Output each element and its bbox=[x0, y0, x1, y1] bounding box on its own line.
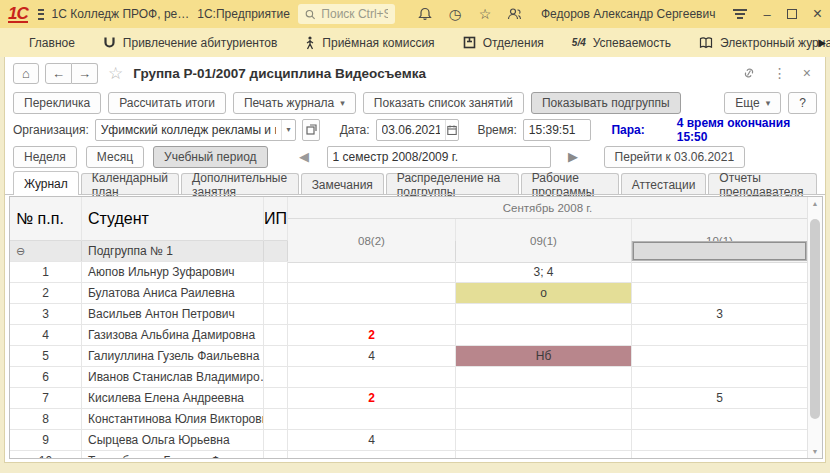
grade-cell[interactable]: 3; 4 bbox=[456, 262, 632, 282]
time-field[interactable] bbox=[523, 119, 592, 141]
grade-cell[interactable] bbox=[288, 409, 456, 429]
app-tab-title[interactable]: 1С Колледж ПРОФ, ре… bbox=[52, 7, 190, 21]
calendar-icon[interactable] bbox=[445, 120, 458, 140]
print-journal-button[interactable]: Печать журнала▾ bbox=[233, 92, 356, 114]
tab-calendar-plan[interactable]: Календарный план bbox=[81, 173, 179, 195]
calc-totals-button[interactable]: Рассчитать итоги bbox=[108, 92, 226, 114]
tab-remarks[interactable]: Замечания bbox=[301, 173, 384, 195]
student-name[interactable]: Тляумбетова Гузалия Фануровна bbox=[82, 451, 264, 458]
grade-cell[interactable] bbox=[264, 430, 288, 450]
student-row[interactable]: 7 Кисилева Елена Андреевна 2 5 bbox=[10, 388, 807, 409]
grade-cell[interactable] bbox=[288, 283, 456, 303]
window-close-icon[interactable]: × bbox=[813, 5, 822, 23]
grade-cell[interactable] bbox=[264, 388, 288, 408]
menu-item-performance[interactable]: 5/4 Успеваемость bbox=[563, 36, 680, 50]
grade-cell[interactable] bbox=[288, 304, 456, 324]
grade-cell[interactable] bbox=[456, 367, 632, 387]
favorites-star-icon[interactable]: ☆ bbox=[477, 6, 493, 22]
tab-extra-lessons[interactable]: Дополнительные занятия bbox=[181, 173, 299, 195]
student-name[interactable]: Иванов Станислав Владимиро… bbox=[82, 367, 264, 387]
menu-item-admissions[interactable]: Приёмная комиссия bbox=[296, 36, 443, 50]
copy-link-icon[interactable] bbox=[741, 66, 757, 80]
organization-choose-button[interactable] bbox=[302, 119, 319, 141]
organization-combo[interactable]: ▾ bbox=[95, 119, 297, 141]
column-header-student[interactable]: Студент bbox=[82, 197, 264, 241]
grade-cell[interactable]: 4 bbox=[288, 346, 456, 366]
menu-item-attract-applicants[interactable]: Привлечение абитуриентов bbox=[94, 36, 286, 50]
grade-cell[interactable] bbox=[264, 451, 288, 458]
date-field[interactable] bbox=[376, 119, 460, 141]
grade-cell[interactable] bbox=[456, 409, 632, 429]
scroll-up-icon[interactable]: ▲ bbox=[808, 200, 822, 207]
student-row[interactable]: 6 Иванов Станислав Владимиро… bbox=[10, 367, 807, 388]
student-name[interactable]: Кисилева Елена Андреевна bbox=[82, 388, 264, 408]
more-menu-dots-icon[interactable]: ⋮ bbox=[773, 65, 787, 81]
maximize-icon[interactable] bbox=[787, 9, 797, 19]
student-name[interactable]: Аюпов Ильнур Зуфарович bbox=[82, 262, 264, 282]
notifications-bell-icon[interactable] bbox=[417, 6, 433, 22]
grade-cell[interactable] bbox=[264, 241, 288, 261]
grade-cell[interactable] bbox=[264, 283, 288, 303]
grade-cell[interactable] bbox=[632, 430, 807, 450]
student-row[interactable]: 5 Галиуллина Гузель Фаильевна 4 Нб bbox=[10, 346, 807, 367]
tab-work-programs[interactable]: Рабочие программы bbox=[521, 173, 619, 195]
grade-cell[interactable] bbox=[632, 262, 807, 282]
grade-cell[interactable] bbox=[264, 367, 288, 387]
grade-cell[interactable] bbox=[264, 346, 288, 366]
student-name[interactable]: Константинова Юлия Викторовна bbox=[82, 409, 264, 429]
prev-period-button[interactable]: ◀ bbox=[291, 146, 318, 168]
column-header-ip[interactable]: ИП bbox=[264, 197, 288, 241]
student-row[interactable]: 4 Газизова Альбина Дамировна 2 bbox=[10, 325, 807, 346]
forward-button[interactable]: → bbox=[72, 63, 98, 84]
global-search[interactable] bbox=[298, 4, 395, 24]
back-button[interactable]: ← bbox=[45, 63, 72, 84]
grade-cell[interactable] bbox=[632, 409, 807, 429]
show-lessons-button[interactable]: Показать список занятий bbox=[363, 92, 524, 114]
grade-cell[interactable] bbox=[264, 409, 288, 429]
student-row[interactable]: 1 Аюпов Ильнур Зуфарович 3; 4 bbox=[10, 262, 807, 283]
grade-cell[interactable] bbox=[288, 367, 456, 387]
more-button[interactable]: Еще▾ bbox=[724, 92, 781, 114]
grade-cell[interactable] bbox=[456, 451, 632, 458]
grade-cell[interactable] bbox=[632, 283, 807, 303]
grade-cell[interactable] bbox=[456, 325, 632, 345]
scroll-down-icon[interactable]: ▼ bbox=[808, 448, 822, 455]
date-value[interactable] bbox=[377, 123, 446, 137]
history-icon[interactable]: ◷ bbox=[447, 6, 463, 22]
student-name[interactable]: Булатова Аниса Раилевна bbox=[82, 283, 264, 303]
user-settings-icon[interactable] bbox=[733, 9, 747, 19]
column-header-num[interactable]: № п.п. bbox=[10, 197, 82, 241]
grade-cell[interactable] bbox=[264, 304, 288, 324]
grade-cell-late[interactable]: о bbox=[456, 283, 632, 303]
column-header-month[interactable]: Сентябрь 2008 г. bbox=[288, 197, 807, 219]
close-form-icon[interactable]: × bbox=[803, 65, 811, 81]
grade-cell[interactable] bbox=[456, 304, 632, 324]
main-menu-icon[interactable] bbox=[38, 9, 44, 20]
discussions-people-icon[interactable] bbox=[507, 6, 523, 22]
student-name[interactable]: Васильев Антон Петрович bbox=[82, 304, 264, 324]
semester-value[interactable] bbox=[328, 150, 550, 164]
grade-cell-absent[interactable]: Нб bbox=[456, 346, 632, 366]
grade-cell-bad[interactable]: 2 bbox=[288, 325, 456, 345]
tab-subgroup-distribution[interactable]: Распределение на подгруппы bbox=[386, 173, 519, 195]
grade-cell[interactable]: 5 bbox=[632, 388, 807, 408]
roll-call-button[interactable]: Перекличка bbox=[13, 92, 101, 114]
grade-cell[interactable]: 3 bbox=[632, 304, 807, 324]
grade-cell[interactable] bbox=[264, 262, 288, 282]
tab-teacher-reports[interactable]: Отчеты преподавателя bbox=[708, 173, 817, 195]
grade-cell[interactable] bbox=[288, 451, 456, 458]
next-period-button[interactable]: ▶ bbox=[560, 146, 587, 168]
home-button[interactable]: ⌂ bbox=[13, 63, 39, 84]
menu-item-main[interactable]: Главное bbox=[20, 36, 84, 50]
goto-date-button[interactable]: Перейти к 03.06.2021 bbox=[604, 146, 746, 168]
menu-item-electronic-journal[interactable]: Электронный журнал bbox=[690, 36, 830, 50]
selected-cell[interactable] bbox=[632, 241, 807, 261]
grade-cell[interactable] bbox=[264, 325, 288, 345]
month-button[interactable]: Месяц bbox=[86, 146, 144, 168]
help-button[interactable]: ? bbox=[788, 92, 817, 114]
collapse-expander-icon[interactable]: ⊖ bbox=[10, 241, 82, 261]
student-name[interactable]: Галиуллина Гузель Фаильевна bbox=[82, 346, 264, 366]
show-subgroups-toggle[interactable]: Показывать подгруппы bbox=[531, 92, 681, 114]
student-name[interactable]: Газизова Альбина Дамировна bbox=[82, 325, 264, 345]
grade-cell[interactable] bbox=[632, 451, 807, 458]
